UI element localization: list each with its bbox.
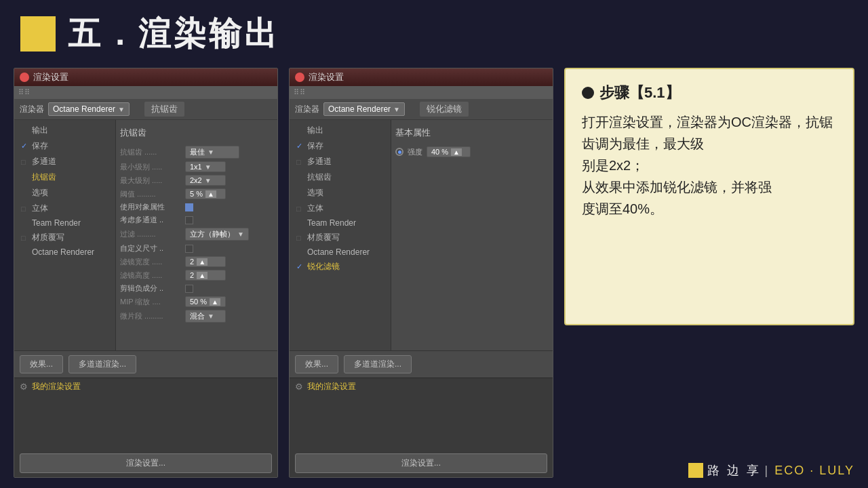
- render-btn-row-left: 渲染设置...: [14, 449, 277, 477]
- label-min-level: 最小级别 .....: [120, 162, 181, 172]
- setting-clip-neg: 剪辑负成分 ..: [120, 282, 273, 295]
- value-mip[interactable]: 50 % ▲: [185, 296, 226, 307]
- setting-min-level: 最小级别 ..... 1x1 ▼: [120, 160, 273, 174]
- strength-up[interactable]: ▲: [451, 148, 462, 156]
- header: 五．渲染输出: [0, 0, 868, 68]
- watermark-text: 路 边 享: [707, 462, 761, 479]
- setting-custom-size: 自定义尺寸 ..: [120, 242, 273, 255]
- value-min-level[interactable]: 1x1 ▼: [185, 161, 226, 172]
- tree-item-options-right[interactable]: 选项: [290, 185, 391, 201]
- effect-btn-left[interactable]: 效果...: [20, 355, 63, 373]
- value-filter-width[interactable]: 2 ▲: [185, 256, 226, 267]
- renderer-select-right[interactable]: Octane Renderer ▼: [323, 102, 405, 116]
- max-level-arrow: ▼: [205, 177, 212, 184]
- value-micro[interactable]: 混合 ▼: [185, 310, 226, 323]
- panel-body-right: ⠿⠿ 渲染器 Octane Renderer ▼ 锐化滤镜 输出 保存 多通道 …: [290, 86, 553, 477]
- micro-text: 混合: [190, 311, 205, 321]
- watermark-icon: [688, 463, 703, 478]
- tree-item-matoverride-right[interactable]: 材质覆写: [290, 230, 391, 245]
- renderer-label-left: 渲染器: [20, 104, 44, 115]
- threshold-up[interactable]: ▲: [205, 190, 216, 198]
- tree-item-stereo-left[interactable]: 立体: [14, 201, 115, 216]
- renderer-row-left: 渲染器 Octane Renderer ▼ 抗锯齿: [14, 99, 277, 120]
- checkbox-use-object[interactable]: [185, 203, 193, 211]
- value-strength[interactable]: 40 % ▲: [427, 146, 471, 157]
- setting-max-level: 最大级别 ..... 2x2 ▼: [120, 174, 273, 187]
- panel-split-right: 输出 保存 多通道 抗锯齿 选项 立体 Team Render 材质覆写 Oct…: [290, 120, 553, 350]
- value-filter-height[interactable]: 2 ▲: [185, 270, 226, 281]
- tree-item-multichannel-left[interactable]: 多通道: [14, 154, 115, 169]
- mip-up[interactable]: ▲: [210, 298, 220, 306]
- micro-arrow: ▼: [208, 312, 214, 320]
- label-threshold: 阈值 .........: [120, 189, 181, 199]
- tree-item-matoverride-left[interactable]: 材质覆写: [14, 230, 115, 245]
- tree-item-stereo-right[interactable]: 立体: [290, 201, 391, 216]
- tree-item-aa-right[interactable]: 抗锯齿: [290, 169, 391, 185]
- panel-titlebar-right: 渲染设置: [290, 68, 553, 86]
- tree-item-multichannel-right[interactable]: 多通道: [290, 154, 391, 169]
- value-max-level[interactable]: 2x2 ▼: [185, 175, 226, 186]
- panel-titlebar-left: 渲染设置: [14, 68, 277, 86]
- radio-strength[interactable]: [395, 148, 403, 156]
- panel-title-right: 渲染设置: [309, 71, 344, 83]
- setting-consider-multi: 考虑多通道 ..: [120, 214, 273, 226]
- watermark-brand: ECO · LULY: [774, 464, 854, 478]
- panel-close-icon[interactable]: [20, 73, 29, 82]
- tree-item-save-right[interactable]: 保存: [290, 138, 391, 154]
- tree-item-teamrender-left[interactable]: Team Render: [14, 216, 115, 230]
- setting-micro: 微片段 ......... 混合 ▼: [120, 308, 273, 324]
- toolbar-dots-right: ⠿⠿: [294, 88, 306, 97]
- min-level-arrow: ▼: [205, 163, 212, 171]
- settings-group-title-left: 抗锯齿: [120, 124, 273, 142]
- section-tab-right: 锐化滤镜: [420, 102, 469, 117]
- section-tab-left: 抗锯齿: [144, 102, 184, 117]
- effect-btn-right[interactable]: 效果...: [295, 355, 338, 373]
- tree-item-octane-left[interactable]: Octane Renderer: [14, 245, 115, 259]
- multichannel-btn-left[interactable]: 多道道渲染...: [68, 355, 136, 373]
- filter-width-text: 2: [190, 258, 194, 266]
- filter-width-up[interactable]: ▲: [197, 258, 208, 266]
- value-aa-quality[interactable]: 最佳 ▼: [185, 146, 239, 159]
- panel-close-icon-right[interactable]: [295, 73, 304, 82]
- label-mip: MIP 缩放 ....: [120, 297, 181, 307]
- tree-item-save-left[interactable]: 保存: [14, 138, 115, 154]
- checkbox-clip-neg[interactable]: [185, 285, 193, 293]
- renderer-value-left: Octane Renderer: [53, 104, 115, 114]
- tree-item-output-right[interactable]: 输出: [290, 123, 391, 138]
- tree-item-aa-left[interactable]: 抗锯齿: [14, 169, 115, 185]
- tree-item-sharpen-right[interactable]: 锐化滤镜: [290, 259, 391, 274]
- renderer-row-right: 渲染器 Octane Renderer ▼ 锐化滤镜: [290, 99, 553, 120]
- value-filter[interactable]: 立方（静帧） ▼: [185, 228, 249, 241]
- info-text: 打开渲染设置，渲染器为OC渲染器，抗锯齿调为最佳，最大级别是2x2；从效果中添加…: [582, 111, 837, 220]
- info-dot: [582, 87, 594, 99]
- tree-sidebar-left: 输出 保存 多通道 抗锯齿 选项 立体 Team Render 材质覆写 Oct…: [14, 120, 116, 350]
- my-settings-left[interactable]: 我的渲染设置: [32, 381, 81, 392]
- setting-filter-height: 滤镜高度 ..... 2 ▲: [120, 268, 273, 282]
- checkbox-custom-size[interactable]: [185, 245, 193, 253]
- aa-quality-arrow: ▼: [208, 148, 214, 156]
- checkbox-consider-multi[interactable]: [185, 216, 193, 224]
- render-panel-right: 渲染设置 ⠿⠿ 渲染器 Octane Renderer ▼ 锐化滤镜 输出: [289, 68, 553, 478]
- value-threshold[interactable]: 5 % ▲: [185, 188, 226, 199]
- tree-item-output-left[interactable]: 输出: [14, 123, 115, 138]
- label-consider-multi: 考虑多通道 ..: [120, 215, 181, 225]
- tree-item-teamrender-right[interactable]: Team Render: [290, 216, 391, 230]
- tree-item-octane-right[interactable]: Octane Renderer: [290, 245, 391, 259]
- render-btn-left[interactable]: 渲染设置...: [20, 453, 272, 473]
- setting-aa-quality: 抗锯齿 ...... 最佳 ▼: [120, 144, 273, 160]
- setting-filter-width: 滤镜宽度 ..... 2 ▲: [120, 255, 273, 268]
- panel-split-left: 输出 保存 多通道 抗锯齿 选项 立体 Team Render 材质覆写 Oct…: [14, 120, 277, 350]
- renderer-label-right: 渲染器: [295, 104, 319, 115]
- max-level-text: 2x2: [190, 176, 202, 184]
- radio-strength-label: 强度: [408, 147, 422, 157]
- filter-height-up[interactable]: ▲: [197, 272, 208, 279]
- gear-icon-right: ⚙: [295, 382, 303, 392]
- renderer-select-left[interactable]: Octane Renderer ▼: [48, 102, 130, 116]
- my-settings-right[interactable]: 我的渲染设置: [307, 381, 356, 392]
- tree-item-options-left[interactable]: 选项: [14, 185, 115, 201]
- render-btn-right[interactable]: 渲染设置...: [295, 453, 547, 473]
- page-title: 五．渲染输出: [68, 12, 279, 56]
- setting-mip: MIP 缩放 .... 50 % ▲: [120, 295, 273, 308]
- multichannel-btn-right[interactable]: 多道道渲染...: [344, 355, 412, 373]
- panel-bottom-right: 效果... 多道道渲染...: [290, 350, 553, 378]
